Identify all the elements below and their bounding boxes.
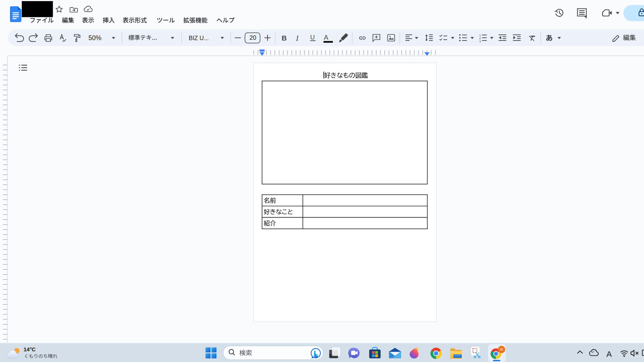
- svg-text:U: U: [310, 34, 315, 41]
- svg-text:B: B: [282, 34, 287, 42]
- svg-text:A: A: [606, 349, 612, 359]
- svg-text:3: 3: [479, 40, 481, 43]
- svg-text:50%: 50%: [88, 34, 101, 42]
- svg-text:I: I: [296, 34, 299, 42]
- svg-text:14°C: 14°C: [24, 347, 36, 352]
- svg-text:20: 20: [250, 34, 256, 41]
- svg-text:A: A: [324, 34, 328, 41]
- svg-text:BIZ U...: BIZ U...: [189, 35, 209, 41]
